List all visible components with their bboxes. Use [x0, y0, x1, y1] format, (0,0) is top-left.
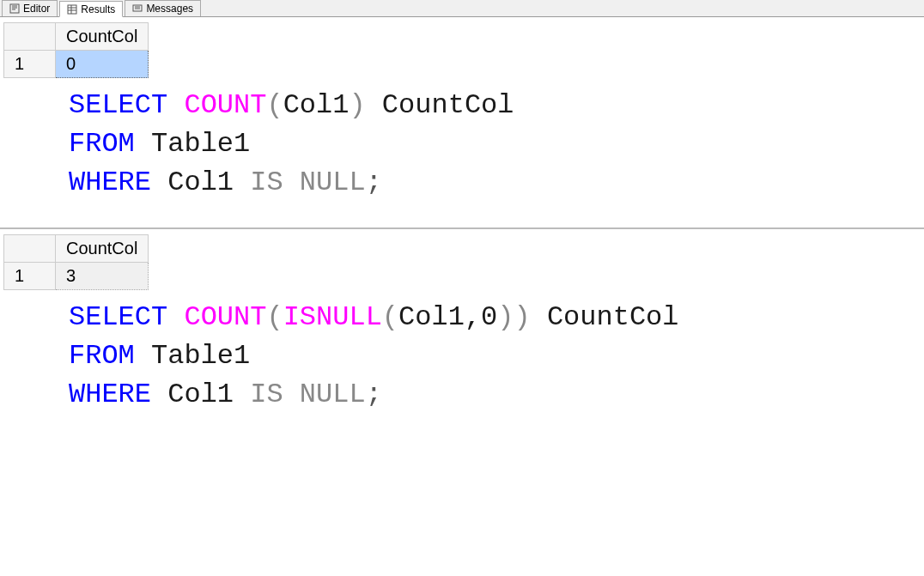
results-icon — [67, 4, 77, 15]
sql-query-2: SELECT COUNT(ISNULL(Col1,0)) CountCol FR… — [0, 290, 924, 440]
sql-identifier: Col1 — [151, 167, 250, 198]
row-number[interactable]: 1 — [4, 51, 56, 78]
sql-paren: ( — [266, 89, 283, 121]
sql-args: Col1,0 — [398, 301, 497, 333]
sql-identifier: Col1 — [151, 379, 250, 410]
tab-messages[interactable]: Messages — [125, 0, 201, 16]
sql-paren: ) — [497, 301, 514, 333]
sql-operator: IS — [250, 379, 283, 410]
tab-results-label: Results — [81, 3, 115, 15]
tab-editor-label: Editor — [23, 3, 50, 15]
row-number[interactable]: 1 — [4, 263, 56, 290]
sql-alias: CountCol — [531, 301, 679, 333]
result-grid-1: CountCol 1 0 — [3, 22, 149, 78]
sql-function: ISNULL — [283, 301, 382, 333]
grid-corner — [4, 235, 56, 263]
sql-keyword: FROM — [69, 128, 135, 160]
sql-function: COUNT — [184, 89, 266, 121]
sql-paren: ) — [349, 89, 365, 121]
result-panel-1: CountCol 1 0 SELECT COUNT(Col1) CountCol… — [0, 22, 924, 227]
sql-paren: ( — [266, 301, 283, 333]
svg-rect-4 — [68, 5, 76, 14]
sql-paren: ) — [514, 301, 530, 333]
sql-identifier: Col1 — [283, 89, 350, 121]
sql-semi: ; — [366, 379, 382, 410]
sql-alias: CountCol — [366, 89, 514, 121]
tab-editor[interactable]: Editor — [2, 0, 58, 16]
sql-keyword: SELECT — [69, 301, 167, 333]
sql-operator: NULL — [300, 167, 366, 198]
tab-results[interactable]: Results — [59, 1, 123, 17]
result-panel-2: CountCol 1 3 SELECT COUNT(ISNULL(Col1,0)… — [0, 234, 924, 440]
grid-corner — [4, 23, 56, 51]
sql-keyword: WHERE — [69, 379, 151, 410]
sql-keyword: SELECT — [69, 89, 167, 121]
sql-table: Table1 — [135, 128, 250, 160]
sql-operator: IS — [250, 167, 283, 198]
messages-icon — [132, 3, 143, 14]
sql-operator: NULL — [300, 379, 366, 410]
tab-bar: Editor Results Messages — [0, 0, 924, 17]
sql-paren: ( — [382, 301, 398, 333]
column-header[interactable]: CountCol — [56, 235, 149, 263]
sql-table: Table1 — [135, 340, 250, 372]
cell-value[interactable]: 3 — [56, 263, 149, 290]
sql-keyword: WHERE — [69, 167, 151, 198]
sql-keyword: FROM — [69, 340, 135, 372]
editor-icon — [9, 3, 20, 14]
sql-semi: ; — [366, 167, 382, 198]
sql-query-1: SELECT COUNT(Col1) CountCol FROM Table1 … — [0, 78, 924, 227]
tab-messages-label: Messages — [146, 3, 193, 15]
result-grid-2: CountCol 1 3 — [3, 234, 149, 290]
panel-divider — [0, 227, 924, 229]
cell-value[interactable]: 0 — [56, 51, 149, 78]
column-header[interactable]: CountCol — [56, 23, 149, 51]
sql-function: COUNT — [184, 301, 266, 333]
